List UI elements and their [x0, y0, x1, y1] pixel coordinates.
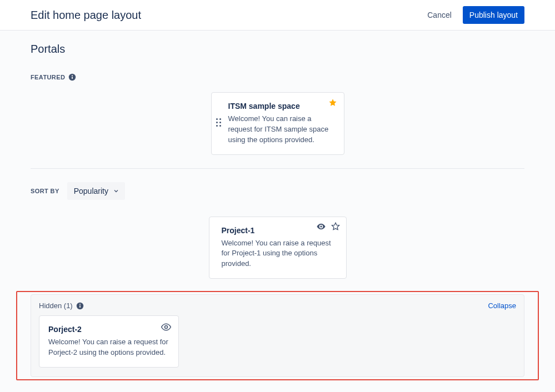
svg-point-2 — [72, 75, 73, 76]
topbar-actions: Cancel Publish layout — [423, 6, 524, 24]
hidden-card-description: Welcome! You can raise a request for Por… — [48, 337, 169, 358]
publish-layout-button[interactable]: Publish layout — [463, 6, 524, 24]
collapse-button[interactable]: Collapse — [488, 301, 516, 310]
featured-section-header: FEATURED — [31, 73, 524, 81]
svg-point-6 — [79, 304, 81, 305]
info-icon[interactable] — [76, 302, 84, 310]
hidden-panel-header: Hidden (1) Collapse — [39, 301, 516, 310]
hidden-portal-card[interactable]: Porject-2 Welcome! You can raise a reque… — [39, 315, 179, 368]
drag-handle-icon[interactable] — [216, 118, 221, 127]
svg-point-3 — [320, 225, 322, 227]
visible-portals-area: Project-1 Welcome! You can raise a reque… — [31, 217, 524, 279]
featured-area: ITSM sample space Welcome! You can raise… — [31, 92, 524, 155]
topbar: Edit home page layout Cancel Publish lay… — [0, 0, 555, 31]
featured-card-title: ITSM sample space — [228, 102, 335, 110]
star-outline-icon[interactable] — [331, 222, 341, 232]
divider — [31, 168, 524, 169]
eye-outline-icon[interactable] — [161, 321, 172, 333]
cancel-button[interactable]: Cancel — [423, 7, 456, 23]
highlighted-region: Hidden (1) Collapse Porject-2 Welcome! Y… — [16, 291, 539, 380]
portals-heading: Portals — [31, 43, 524, 56]
hidden-card-title: Porject-2 — [48, 325, 169, 334]
hidden-label-row: Hidden (1) — [39, 301, 84, 310]
sort-row: SORT BY Popularity — [31, 182, 524, 200]
sort-selected-value: Popularity — [74, 187, 108, 195]
svg-rect-1 — [72, 77, 73, 79]
page-title: Edit home page layout — [31, 9, 141, 22]
info-icon[interactable] — [68, 73, 76, 81]
featured-portal-card[interactable]: ITSM sample space Welcome! You can raise… — [211, 92, 344, 155]
featured-card-description: Welcome! You can raise a request for ITS… — [228, 114, 335, 145]
featured-label: FEATURED — [31, 74, 65, 81]
svg-rect-5 — [79, 305, 81, 308]
star-filled-icon[interactable] — [328, 98, 337, 107]
portal-card-description: Welcome! You can raise a request for Pro… — [222, 238, 337, 270]
chevron-down-icon — [113, 188, 119, 194]
sort-select[interactable]: Popularity — [67, 182, 125, 200]
hidden-count-label: Hidden (1) — [39, 301, 73, 310]
portal-card[interactable]: Project-1 Welcome! You can raise a reque… — [209, 217, 347, 279]
sort-label: SORT BY — [31, 188, 59, 194]
card-actions — [316, 222, 341, 232]
hidden-panel: Hidden (1) Collapse Porject-2 Welcome! Y… — [31, 294, 524, 377]
eye-icon[interactable] — [316, 222, 326, 232]
content-area: Portals FEATURED ITSM sample space Welco… — [0, 31, 555, 392]
svg-point-7 — [165, 326, 168, 329]
